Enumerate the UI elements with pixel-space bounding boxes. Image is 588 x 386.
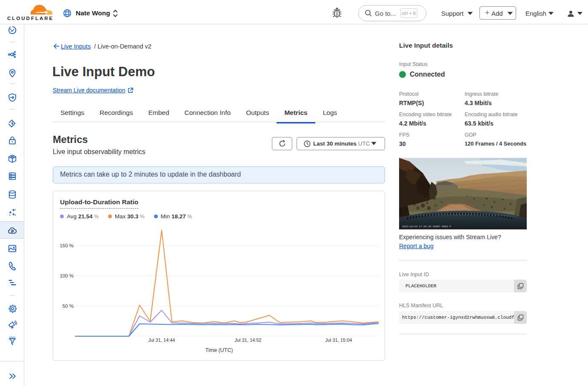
svg-text:Jul 31, 15:04: Jul 31, 15:04: [325, 337, 352, 343]
svg-text:CLOUDFLARE: CLOUDFLARE: [7, 16, 53, 20]
svg-text:2021/10/20 17:54:29 AUKEY DR02: 2021/10/20 17:54:29 AUKEY DR02 P: [402, 225, 451, 228]
svg-text:100 %: 100 %: [60, 273, 74, 278]
svg-text:Jul 31, 14:52: Jul 31, 14:52: [235, 337, 262, 343]
svg-text:50 %: 50 %: [63, 303, 74, 309]
svg-text:150 %: 150 %: [60, 243, 74, 248]
svg-text:Time (UTC): Time (UTC): [206, 347, 233, 353]
svg-text:Jul 31, 14:44: Jul 31, 14:44: [148, 337, 175, 343]
